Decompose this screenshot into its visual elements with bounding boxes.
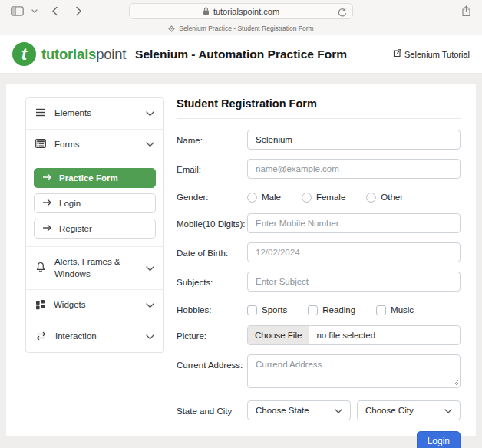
form-row-hobbies: Hobbies: Sports Reading Music [177, 301, 461, 317]
share-icon[interactable] [460, 4, 473, 18]
hobby-checkbox-reading[interactable]: Reading [308, 305, 355, 315]
sidebar-item-forms[interactable]: Forms [26, 130, 163, 161]
radio-icon [366, 193, 376, 203]
page-title: Selenium - Automation Practice Form [135, 48, 347, 61]
form-row-subjects: Subjects: [177, 272, 461, 292]
chevron-down-icon [444, 406, 452, 415]
bell-icon [35, 262, 46, 275]
checkbox-label: Music [391, 305, 414, 315]
subjects-input[interactable] [247, 272, 461, 292]
swap-arrows-icon [35, 331, 47, 342]
tutorialspoint-logo[interactable]: t tutorialspoint [12, 42, 126, 66]
file-status-text: no file selected [309, 331, 375, 340]
name-input[interactable] [247, 130, 461, 150]
checkbox-icon [247, 305, 257, 315]
gender-radio-female[interactable]: Female [302, 193, 345, 203]
email-field[interactable] [247, 159, 461, 179]
forms-card-list-icon [35, 139, 46, 150]
submenu-item-label: Practice Form [59, 173, 118, 183]
sidebar-item-login[interactable]: Login [34, 193, 156, 213]
forms-submenu: Practice Form Login Register [26, 160, 163, 247]
arrow-right-icon [42, 224, 52, 233]
arrow-right-icon [42, 199, 52, 208]
selenium-tutorial-link[interactable]: Selenium Tutorial [393, 49, 470, 59]
form-title: Student Registration Form [177, 97, 461, 119]
state-select[interactable]: Choose State [247, 400, 351, 420]
form-row-email: Email: [177, 159, 461, 179]
sidebar-item-widgets[interactable]: Widgets [26, 290, 163, 321]
form-row-gender: Gender: Male Female Other [177, 188, 461, 204]
sidebar-item-practice-form[interactable]: Practice Form [34, 168, 156, 188]
external-link-icon [393, 49, 401, 59]
back-icon[interactable] [50, 5, 60, 18]
sidebar-item-label: Alerts, Frames & Windows [54, 256, 137, 280]
sidebar-item-label: Interaction [55, 331, 137, 343]
chevron-down-icon [146, 332, 154, 341]
subjects-label: Subjects: [177, 272, 247, 292]
chevron-down-icon [146, 109, 154, 118]
city-select[interactable]: Choose City [357, 400, 461, 420]
tab-title: Selenium Practice - Student Registration… [179, 25, 313, 32]
picture-label: Picture: [177, 325, 247, 345]
sidebar-toggle-icon[interactable] [9, 5, 25, 18]
address-bar[interactable]: tutorialspoint.com [129, 3, 353, 19]
sidebar-item-interaction[interactable]: Interaction [26, 321, 163, 352]
hamburger-icon [35, 108, 46, 118]
email-label: Email: [177, 159, 247, 179]
url-text: tutorialspoint.com [213, 7, 279, 16]
form-row-dob: Date of Birth: 12/02/2024 [177, 242, 461, 262]
radio-icon [302, 193, 312, 203]
radio-label: Female [316, 193, 345, 202]
login-submit-button[interactable]: Login [417, 431, 461, 448]
content-card: Elements Forms Practice Form [6, 84, 476, 436]
tab-bar[interactable]: Selenium Practice - Student Registration… [0, 22, 482, 35]
dob-input[interactable]: 12/02/2024 [247, 242, 461, 262]
picture-file-input[interactable]: Choose File no file selected [247, 325, 461, 345]
sidebar-item-label: Elements [54, 107, 137, 120]
form-row-address: Current Address: [177, 354, 461, 391]
hobby-checkbox-music[interactable]: Music [376, 305, 414, 315]
forward-icon[interactable] [74, 5, 84, 18]
diamond-favicon [168, 21, 175, 35]
chevron-down-icon [335, 406, 342, 415]
mobile-input[interactable] [247, 213, 461, 233]
form-row-submit: Login [177, 430, 461, 448]
hobbies-label: Hobbies: [177, 301, 247, 317]
logo-circle-icon: t [12, 42, 36, 66]
choose-file-button[interactable]: Choose File [248, 326, 309, 344]
browser-chrome: tutorialspoint.com Selenium Practice - S… [0, 0, 482, 35]
current-address-textarea[interactable] [247, 354, 461, 388]
sidebar-item-label: Widgets [54, 299, 137, 311]
gender-radio-other[interactable]: Other [366, 193, 403, 203]
submenu-item-label: Login [59, 199, 81, 208]
sidebar-item-label: Forms [54, 139, 137, 151]
logo-text-light: point [96, 46, 126, 62]
sidebar-item-register[interactable]: Register [34, 219, 156, 239]
name-label: Name: [177, 130, 247, 150]
radio-icon [247, 193, 257, 203]
sidebar-item-alerts-frames-windows[interactable]: Alerts, Frames & Windows [26, 247, 163, 290]
sidebar-chevron-down-icon[interactable] [30, 8, 39, 15]
sidebar-item-elements[interactable]: Elements [26, 98, 163, 130]
radio-label: Other [381, 193, 403, 202]
checkbox-icon [376, 305, 386, 315]
checkbox-label: Sports [262, 305, 287, 315]
browser-toolbar: tutorialspoint.com [0, 0, 482, 22]
checkbox-label: Reading [322, 305, 355, 315]
chevron-down-icon [146, 140, 154, 149]
submenu-item-label: Register [59, 224, 92, 233]
state-select-value: Choose State [256, 406, 335, 415]
address-label: Current Address: [177, 354, 247, 391]
radio-label: Male [262, 193, 281, 202]
registration-form: Student Registration Form Name: Email: G… [177, 97, 461, 436]
tutorial-link-label: Selenium Tutorial [404, 50, 470, 59]
form-row-name: Name: [177, 130, 461, 150]
gender-label: Gender: [177, 188, 247, 204]
sidebar-accordion: Elements Forms Practice Form [25, 97, 164, 353]
gender-radio-male[interactable]: Male [247, 193, 281, 203]
hobby-checkbox-sports[interactable]: Sports [247, 305, 287, 315]
reload-icon[interactable] [338, 7, 347, 21]
resize-grip-icon[interactable] [453, 375, 459, 389]
form-row-mobile: Mobile(10 Digits): [177, 213, 461, 233]
state-city-label: State and City [177, 400, 247, 420]
